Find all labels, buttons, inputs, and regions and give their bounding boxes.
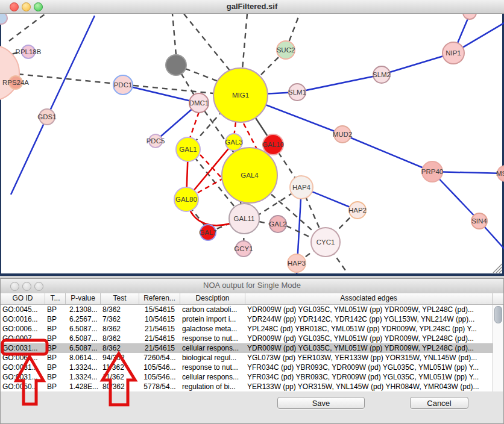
table-cell: 6.5087... xyxy=(66,334,101,343)
network-edge[interactable] xyxy=(297,75,382,92)
table-cell: protein import i... xyxy=(180,314,245,324)
node-label: PRP40 xyxy=(421,168,443,175)
column-header-goid[interactable]: GO ID xyxy=(1,293,45,304)
network-edge[interactable] xyxy=(9,14,45,41)
network-edge[interactable] xyxy=(123,85,199,103)
table-header: GO IDT...P-valueTestReferen...Desciption… xyxy=(1,293,503,305)
table-cell: 105/546... xyxy=(139,363,180,372)
node-label: GAL10 xyxy=(262,141,284,148)
table-cell: 15/54615 xyxy=(139,305,180,314)
node-unlabeled[interactable] xyxy=(0,14,7,24)
noa-window-title: NOA output for Single Mode xyxy=(1,281,503,290)
table-scrollbar[interactable] xyxy=(493,305,503,391)
cancel-button[interactable]: Cancel xyxy=(410,397,468,409)
node-label: SUC2 xyxy=(277,46,295,54)
table-cell: YER133W (pp) YOR315W, YNL145W (pd) YHR08… xyxy=(245,382,493,391)
node-label: GDS1 xyxy=(37,113,56,120)
table-cell: GO:0006... xyxy=(1,324,45,334)
node-label: GCY1 xyxy=(234,245,253,252)
column-header-desciption[interactable]: Desciption xyxy=(180,293,245,304)
table-cell: 1.3324... xyxy=(66,363,101,372)
network-edge[interactable] xyxy=(242,14,247,69)
table-row[interactable]: GO:0065...BP8.0614...94/3627260/54...bio… xyxy=(1,353,494,363)
table-cell: BP xyxy=(45,372,66,382)
table-cell: 6.2567... xyxy=(66,314,101,324)
table-cell: YFR034C (pd) YBR093C, YDR009W (pd) YGL03… xyxy=(245,372,493,382)
window-title: galFiltered.sif xyxy=(0,2,504,11)
table-row[interactable]: GO:0031...BP1.3324...11/362105/546...res… xyxy=(1,363,494,372)
table-cell: 21/54615 xyxy=(139,324,180,334)
node-label: MUD2 xyxy=(333,131,353,138)
table-row[interactable]: GO:0007...BP6.5087...8/36221/54615respon… xyxy=(1,334,494,343)
table-cell: 80/362 xyxy=(101,382,139,391)
table-cell: 94/362 xyxy=(101,353,139,363)
table-cell: 105/546... xyxy=(139,372,180,382)
table-cell: 8/362 xyxy=(101,334,139,343)
table-cell: 11/362 xyxy=(101,372,139,382)
network-titlebar[interactable]: galFiltered.sif xyxy=(0,0,504,14)
table-cell: GO:0016... xyxy=(1,314,45,324)
table-row[interactable]: GO:0016...BP6.2567...7/36210/54615protei… xyxy=(1,314,494,324)
network-edge[interactable] xyxy=(11,117,47,195)
table-cell: 7/362 xyxy=(101,314,139,324)
table-row[interactable]: GO:0050...BP1.428E...80/3625778/54...reg… xyxy=(1,382,494,391)
network-edge[interactable] xyxy=(172,14,176,55)
table-body: GO:0045...BP2.1308...8/36215/54615carbon… xyxy=(1,305,494,391)
table-cell: regulation of bi... xyxy=(180,382,245,391)
node-label: HAP3 xyxy=(288,260,306,267)
table-cell: cellular respons... xyxy=(180,372,245,382)
network-edges xyxy=(3,14,504,273)
scrollbar-thumb[interactable] xyxy=(494,306,502,323)
column-header-t[interactable]: T... xyxy=(45,293,66,304)
node-unlabeled[interactable] xyxy=(463,14,476,19)
node-label: RPL18B xyxy=(16,48,42,55)
network-edge[interactable] xyxy=(47,16,95,117)
button-row: Save Cancel xyxy=(1,397,503,415)
network-canvas[interactable]: RPL18BRPS24AGDS1PDC1PDC5DMC1MIG1SUC2SLM1… xyxy=(0,14,504,276)
table-cell: YDR009W (pd) YGL035C, YML051W (pp) YDR00… xyxy=(245,305,493,314)
noa-titlebar[interactable]: NOA output for Single Mode xyxy=(1,279,503,294)
network-svg[interactable]: RPL18BRPS24AGDS1PDC1PDC5DMC1MIG1SUC2SLM1… xyxy=(0,14,504,273)
table-cell: 21/54615 xyxy=(139,334,180,343)
node-label: GAL80 xyxy=(175,196,197,203)
network-edge[interactable] xyxy=(184,14,230,71)
column-header-associatededges[interactable]: Associated edges xyxy=(245,293,493,304)
node-unlabeled[interactable] xyxy=(166,55,186,75)
table-row[interactable]: GO:0031...BP6.5087...8/36221/54615cellul… xyxy=(1,343,494,353)
node-label: DMC1 xyxy=(189,99,209,107)
table-cell: YDR009W (pd) YGL035C, YML051W (pp) YDR00… xyxy=(245,343,493,353)
table-cell: 1.3324... xyxy=(66,372,101,382)
table-cell: 2.1308... xyxy=(66,305,101,314)
table-cell: 1.428E... xyxy=(66,382,101,391)
node-label: HAP4 xyxy=(292,184,311,191)
network-edge[interactable] xyxy=(190,112,199,138)
column-header-pvalue[interactable]: P-value xyxy=(66,293,101,304)
table-cell: GO:0031... xyxy=(1,363,45,372)
table-cell: GO:0045... xyxy=(1,305,45,314)
table-row[interactable]: GO:0006...BP6.5087...8/36221/54615galact… xyxy=(1,324,494,334)
node-label: GAL7 xyxy=(199,229,216,236)
node-label: RPS24A xyxy=(2,79,29,86)
table-cell: carbon cataboli... xyxy=(180,305,245,314)
table-cell: BP xyxy=(45,334,66,343)
table-cell: 8/362 xyxy=(101,343,139,353)
node-label: PDC5 xyxy=(146,137,165,145)
table-cell: response to nut... xyxy=(180,334,245,343)
table-cell: BP xyxy=(45,363,66,372)
save-button[interactable]: Save xyxy=(277,397,365,409)
node-label: SLM2 xyxy=(373,71,391,78)
column-header-referen[interactable]: Referen... xyxy=(139,293,180,304)
node-label: GAL3 xyxy=(225,139,242,146)
node-label: MSL1 xyxy=(496,170,504,177)
resize-grip-icon[interactable] xyxy=(493,264,502,273)
table-cell: YFR034C (pd) YBR093C, YDR009W (pd) YGL03… xyxy=(245,363,493,372)
node-label: HAP2 xyxy=(348,207,367,214)
table-cell: YPL248C (pd) YBR018C, YML051W (pp) YDR00… xyxy=(245,324,493,334)
network-edge[interactable] xyxy=(342,134,432,172)
table-row[interactable]: GO:0045...BP2.1308...8/36215/54615carbon… xyxy=(1,305,494,314)
table-cell: YDR009W (pd) YGL035C, YML051W (pp) YDR00… xyxy=(245,334,493,343)
table-row[interactable]: GO:0031...BP1.3324...11/362105/546...cel… xyxy=(1,372,494,382)
table-cell: BP xyxy=(45,324,66,334)
column-header-test[interactable]: Test xyxy=(101,293,139,304)
table-cell: biological regul... xyxy=(180,353,245,363)
